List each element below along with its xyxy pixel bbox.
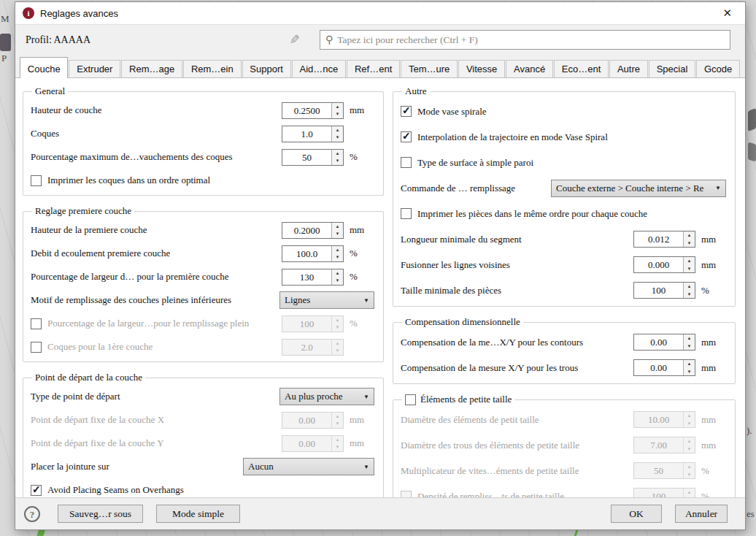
tab-rem-age[interactable]: Rem…age bbox=[121, 60, 182, 77]
spinbox-value[interactable]: 0.000 bbox=[634, 257, 683, 272]
combo-commande-de-remplissage[interactable]: Couche externe > Couche interne > Re▼ bbox=[551, 180, 726, 197]
tab-tem-ure[interactable]: Tem…ure bbox=[401, 60, 458, 77]
combo-type-de-point-de-depart[interactable]: Au plus proche▼ bbox=[279, 388, 374, 405]
spinner-buttons[interactable]: ▲▼ bbox=[331, 126, 343, 142]
spinbox-value[interactable]: 50 bbox=[282, 150, 331, 165]
tab-eco-ent[interactable]: Eco…ent bbox=[554, 60, 609, 77]
spinbox-debit-d-ecoulement-premiere-couche[interactable]: 100.0▲▼ bbox=[282, 245, 344, 262]
spinner-buttons[interactable]: ▲▼ bbox=[683, 231, 695, 247]
setting-row: Type de point de départAu plus proche▼ bbox=[31, 385, 374, 408]
spin-down-icon[interactable]: ▼ bbox=[332, 230, 343, 238]
spinner-buttons[interactable]: ▲▼ bbox=[331, 103, 343, 118]
tab-gcode[interactable]: Gcode bbox=[696, 60, 740, 77]
spin-up-icon[interactable]: ▲ bbox=[684, 334, 695, 342]
search-box[interactable]: ⚲ bbox=[320, 30, 730, 50]
spin-up-icon[interactable]: ▲ bbox=[684, 283, 695, 291]
unit-label: mm bbox=[350, 104, 374, 116]
spinner-buttons[interactable]: ▲▼ bbox=[331, 150, 343, 165]
spin-up-icon[interactable]: ▲ bbox=[684, 360, 695, 368]
tab-support[interactable]: Support bbox=[242, 60, 291, 77]
spinner-buttons[interactable]: ▲▼ bbox=[331, 223, 343, 238]
tab-rem-ein[interactable]: Rem…ein bbox=[183, 60, 241, 77]
spinbox-value[interactable]: 0.00 bbox=[634, 360, 683, 375]
simple-mode-button[interactable]: Mode simple bbox=[156, 505, 240, 523]
spinbox-value[interactable]: 1.0 bbox=[282, 126, 331, 142]
close-icon[interactable]: ✕ bbox=[717, 5, 738, 21]
cancel-button[interactable]: Annuler bbox=[675, 505, 728, 523]
spin-down-icon[interactable]: ▼ bbox=[332, 253, 343, 261]
spinbox-value[interactable]: 0.00 bbox=[634, 334, 683, 350]
spinbox-hauteur-de-la-premiere-couche[interactable]: 0.2000▲▼ bbox=[282, 222, 344, 239]
spin-down-icon[interactable]: ▼ bbox=[684, 265, 695, 273]
spin-down-icon[interactable]: ▼ bbox=[684, 342, 695, 351]
spinner-buttons[interactable]: ▲▼ bbox=[331, 246, 343, 261]
tab-aid-nce[interactable]: Aid…nce bbox=[292, 60, 346, 77]
spin-down-icon[interactable]: ▼ bbox=[684, 368, 695, 376]
title-bar[interactable]: i Reglages avances ✕ bbox=[15, 2, 745, 24]
save-as-button[interactable]: Sauveg…r sous bbox=[58, 505, 143, 523]
checkbox-coques-pour-la-1ere-couche[interactable] bbox=[31, 342, 42, 353]
spin-down-icon[interactable]: ▼ bbox=[684, 240, 695, 248]
checkbox-pourcentage-de-la-largeur-pour-le-rempli[interactable] bbox=[31, 318, 42, 329]
tab-vitesse[interactable]: Vitesse bbox=[458, 60, 505, 77]
spin-up-icon[interactable]: ▲ bbox=[332, 269, 343, 277]
spinbox-value[interactable]: 130 bbox=[282, 269, 331, 285]
spinbox-hauteur-de-couche[interactable]: 0.2500▲▼ bbox=[282, 102, 344, 119]
spinner-buttons[interactable]: ▲▼ bbox=[683, 360, 695, 375]
spinbox-value: 10.00 bbox=[634, 412, 683, 427]
tab-avance[interactable]: Avancé bbox=[506, 60, 553, 77]
search-input[interactable] bbox=[337, 34, 725, 46]
spinner-buttons[interactable]: ▲▼ bbox=[683, 283, 695, 298]
spinbox-pourcentage-de-largeur-d-pour-la-premier[interactable]: 130▲▼ bbox=[282, 269, 344, 286]
tab-bar: CoucheExtruderRem…ageRem…einSupportAid…n… bbox=[15, 55, 745, 78]
spin-up-icon[interactable]: ▲ bbox=[332, 150, 343, 158]
spinbox-coques[interactable]: 1.0▲▼ bbox=[282, 126, 344, 142]
checkbox-avoid-placing-seams-on-overhangs[interactable] bbox=[31, 485, 42, 496]
spinbox-pourcentage-maximum-de-vauchements-des-c[interactable]: 50▲▼ bbox=[282, 149, 344, 166]
spin-up-icon[interactable]: ▲ bbox=[332, 223, 343, 231]
spinbox-value[interactable]: 0.012 bbox=[634, 231, 683, 247]
combo-motif-de-remplissage-des-couches-pleines[interactable]: Lignes▼ bbox=[279, 291, 374, 309]
tab-couche[interactable]: Couche bbox=[20, 57, 68, 78]
spinbox-taille-minimale-des-pieces[interactable]: 100▲▼ bbox=[633, 282, 695, 299]
edit-pencil-icon[interactable]: ✎ bbox=[284, 32, 300, 48]
spin-down-icon[interactable]: ▼ bbox=[332, 134, 343, 142]
spin-down-icon[interactable]: ▼ bbox=[332, 277, 343, 285]
spinbox-value[interactable]: 0.2500 bbox=[282, 103, 331, 118]
ok-button[interactable]: OK bbox=[611, 505, 662, 523]
checkbox-imprimer-les-coques-dans-un-ordre-optima[interactable] bbox=[31, 175, 42, 186]
spinbox-fusionner-les-lignes-voisines[interactable]: 0.000▲▼ bbox=[633, 256, 695, 273]
spinner-buttons[interactable]: ▲▼ bbox=[331, 269, 343, 285]
checkbox-imprimer-les-pieces-dans-le-meme-ordre-p[interactable] bbox=[401, 208, 412, 219]
spin-up-icon[interactable]: ▲ bbox=[684, 231, 695, 240]
tab-autre[interactable]: Autre bbox=[609, 60, 648, 77]
spin-down-icon[interactable]: ▼ bbox=[684, 291, 695, 299]
spinner-buttons: ▲▼ bbox=[331, 316, 343, 332]
spinner-buttons[interactable]: ▲▼ bbox=[683, 257, 695, 272]
spin-up-icon[interactable]: ▲ bbox=[332, 103, 343, 111]
spin-up-icon[interactable]: ▲ bbox=[332, 246, 343, 254]
checkbox-mode-vase-spirale[interactable] bbox=[401, 106, 412, 117]
spin-up-icon[interactable]: ▲ bbox=[332, 126, 343, 134]
setting-label: Commande de … remplissage bbox=[401, 183, 515, 194]
combo-placer-la-jointure-sur[interactable]: Aucun▼ bbox=[243, 458, 374, 475]
spinbox-value[interactable]: 0.2000 bbox=[282, 223, 331, 238]
tab-ref-ent[interactable]: Ref…ent bbox=[347, 60, 400, 77]
spin-up-icon[interactable]: ▲ bbox=[684, 257, 695, 265]
help-icon[interactable]: ? bbox=[24, 506, 40, 522]
tab-special[interactable]: Special bbox=[649, 60, 695, 77]
spinbox-value[interactable]: 100 bbox=[634, 283, 683, 298]
tab-extruder[interactable]: Extruder bbox=[69, 60, 120, 77]
group-elements-de-petite-taille: Éléments de petite tailleDiamètre des él… bbox=[393, 394, 736, 497]
spinbox-value[interactable]: 100.0 bbox=[282, 246, 331, 261]
setting-label: Diamètre des éléments de petit taille bbox=[401, 414, 539, 426]
spinner-buttons[interactable]: ▲▼ bbox=[683, 334, 695, 350]
spinbox-compensation-de-la-me-x-y-pour-les-conto[interactable]: 0.00▲▼ bbox=[633, 334, 695, 351]
checkbox-type-de-surface-a-simple-paroi[interactable] bbox=[401, 157, 412, 168]
spinbox-longueur-minimale-du-segment[interactable]: 0.012▲▼ bbox=[633, 231, 695, 248]
spinbox-compensation-de-la-mesure-x-y-pour-les-t[interactable]: 0.00▲▼ bbox=[633, 359, 695, 376]
spin-down-icon[interactable]: ▼ bbox=[332, 157, 343, 165]
group-toggle-checkbox[interactable] bbox=[405, 394, 416, 405]
spin-down-icon[interactable]: ▼ bbox=[332, 110, 343, 118]
checkbox-interpolation-de-la-trajectoire-en-mode-[interactable] bbox=[401, 131, 412, 142]
